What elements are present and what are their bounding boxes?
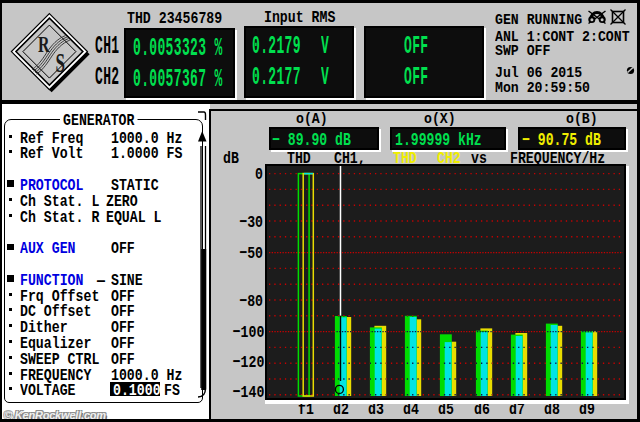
svg-text:S: S (55, 47, 65, 78)
svg-text:R: R (38, 31, 50, 57)
